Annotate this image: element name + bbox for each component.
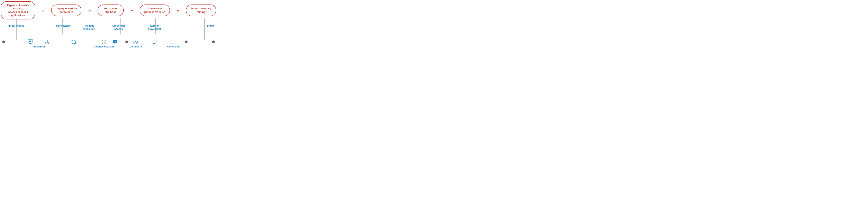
svg-point-8 <box>125 40 128 43</box>
svg-line-20 <box>115 41 116 42</box>
svg-point-10 <box>212 40 215 43</box>
label-lateral-movement: Lateral movement <box>145 24 164 31</box>
label-privilege-escalation: Privilege escalation <box>80 24 98 31</box>
svg-point-16 <box>102 40 106 44</box>
diagram-container: × Exploit vulnerable images; Access expo… <box>0 0 217 52</box>
svg-point-23 <box>133 41 135 43</box>
svg-rect-31 <box>153 43 155 44</box>
svg-point-9 <box>185 40 188 43</box>
bubble-mining: Digital currency mining <box>186 4 216 17</box>
bubble-escape: Escape to the host <box>98 4 124 17</box>
tlabel-collection: Collection <box>165 45 182 48</box>
svg-line-18 <box>104 42 105 42</box>
svg-text:×: × <box>116 42 116 43</box>
svg-point-19 <box>102 40 103 41</box>
svg-point-27 <box>133 42 134 43</box>
svg-marker-36 <box>172 42 174 42</box>
svg-marker-33 <box>154 40 155 41</box>
svg-rect-14 <box>29 41 31 42</box>
tlabel-execution: Execution <box>30 45 49 48</box>
bubble-deploy: Deploy backdoor containers <box>51 4 82 17</box>
svg-marker-15 <box>74 42 76 44</box>
bubble-exploit: Exploit vulnerable images; Access expose… <box>1 1 35 20</box>
svg-rect-11 <box>28 40 33 43</box>
svg-rect-29 <box>152 40 156 43</box>
arrow-3: » <box>130 8 133 13</box>
arrow-4: » <box>177 8 179 13</box>
svg-rect-12 <box>29 43 31 43</box>
svg-rect-34 <box>171 41 175 44</box>
svg-line-21 <box>115 41 116 42</box>
bubble-abuse: Abuse over permissive roles <box>140 4 170 17</box>
svg-point-24 <box>135 41 137 43</box>
svg-point-7 <box>2 40 5 43</box>
label-credential-access: Credential access <box>110 24 128 31</box>
label-persistence: Persistence <box>54 24 72 27</box>
arrow-1: » <box>42 8 44 13</box>
svg-rect-13 <box>29 43 32 44</box>
svg-rect-26 <box>134 41 136 41</box>
tlabel-defense-evasion: Defense evasion <box>92 45 115 48</box>
tlabel-discovery: Discovery <box>128 45 144 48</box>
label-initial-access: Initial access <box>6 24 27 27</box>
label-impact: Impact <box>206 24 216 27</box>
svg-point-28 <box>136 42 137 43</box>
svg-rect-30 <box>153 43 155 43</box>
arrow-2: » <box>88 8 91 13</box>
